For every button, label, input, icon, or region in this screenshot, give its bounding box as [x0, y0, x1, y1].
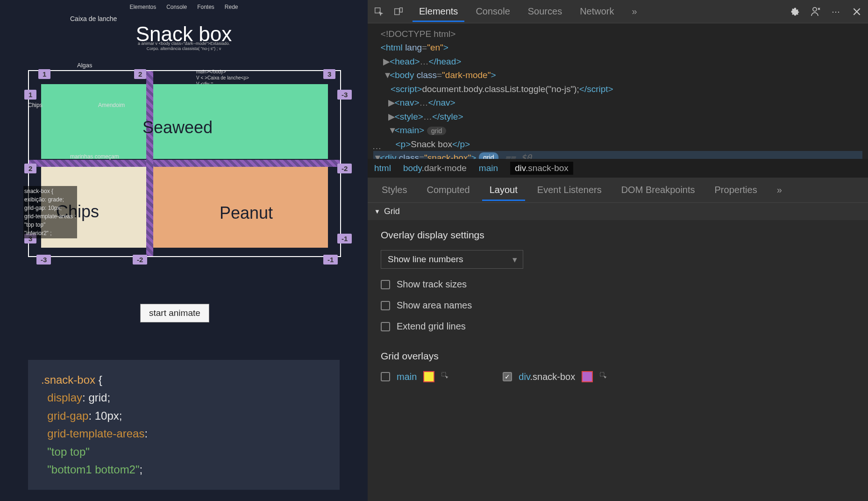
overlay-check-main[interactable] [381, 372, 390, 381]
page-preview-pane: Elementos Console Fontes Rede Caixa de l… [0, 0, 368, 501]
overlay-settings-title: Overlay display settings [381, 229, 855, 241]
dom-breadcrumb: html body.dark-mode main div.snack-box [368, 159, 868, 178]
overlay-item-main: main [381, 371, 451, 382]
svg-point-3 [813, 7, 817, 11]
svg-rect-4 [442, 372, 446, 376]
subtab-layout[interactable]: Layout [482, 179, 525, 201]
overlay-item-snack-box: div.snack-box [503, 371, 610, 382]
svg-rect-2 [400, 7, 403, 12]
svg-rect-5 [600, 372, 604, 376]
device-toggle-icon[interactable] [393, 6, 404, 17]
nav-rede[interactable]: Rede [225, 4, 238, 10]
title-small: Caixa de lanche [70, 15, 117, 22]
peanut-item: Peanut [220, 203, 273, 223]
svg-rect-1 [395, 8, 399, 14]
line-numbers-select[interactable]: Show line numbers [381, 250, 523, 269]
layout-panel: ▼ Grid Overlay display settings Show lin… [368, 203, 868, 501]
check-track-sizes-row: Show track sizes [381, 279, 855, 290]
grid-line-3-top: 3 [323, 69, 335, 79]
overlay-label-snack-box[interactable]: div.snack-box [519, 372, 575, 382]
grid-line-1-left: 1 [24, 90, 36, 100]
grid-line-2-left: 2 [24, 164, 36, 173]
subtab-event-listeners[interactable]: Event Listeners [530, 179, 609, 201]
grid-line-1-top: 1 [38, 69, 50, 79]
styles-sub-tabs: Styles Computed Layout Event Listeners D… [368, 178, 868, 203]
devtools-panel: Elements Console Sources Network » ⋯ <!D… [368, 0, 868, 501]
dom-tree[interactable]: <!DOCTYPE html> <html lang="en"> ▶<head>… [368, 23, 868, 159]
cursor-icon[interactable] [599, 372, 610, 382]
grid-line--3-bottom: -3 [36, 255, 51, 265]
devtools-toolbar: Elements Console Sources Network » ⋯ [368, 0, 868, 23]
overlay-swatch-main[interactable] [423, 371, 434, 382]
grid-badge-snack-box[interactable]: grid [479, 152, 498, 159]
grid-line--2-right: -2 [337, 164, 352, 173]
nav-elementos[interactable]: Elementos [129, 4, 156, 10]
overlay-display-settings: Overlay display settings Show line numbe… [368, 220, 868, 341]
overlay-label-main[interactable]: main [397, 372, 417, 382]
grid-line--1-right: -1 [337, 234, 352, 243]
gear-icon[interactable] [790, 6, 801, 17]
tab-sources[interactable]: Sources [521, 1, 569, 21]
grid-section-header[interactable]: ▼ Grid [368, 203, 868, 220]
grid-badge-main[interactable]: grid [427, 127, 446, 135]
nav-fontes[interactable]: Fontes [197, 4, 214, 10]
nav-console[interactable]: Console [166, 4, 187, 10]
breadcrumb-body[interactable]: body.dark-mode [403, 163, 467, 173]
grid-line--2-bottom: -2 [133, 255, 147, 265]
subtab-styles[interactable]: Styles [374, 179, 414, 201]
subtab-properties[interactable]: Properties [707, 179, 765, 201]
check-area-names[interactable] [381, 301, 390, 310]
cursor-icon[interactable] [441, 372, 451, 382]
grid-overlays-title: Grid overlays [381, 351, 855, 362]
amendoim-label-small: Amendoim [98, 102, 125, 108]
grid-line-2-top: 2 [134, 69, 146, 79]
more-vertical-icon[interactable]: ⋯ [831, 6, 842, 17]
dom-selected-row[interactable]: ▼<div class="snack-box">grid== $0 [373, 151, 862, 159]
translated-devtools-nav: Elementos Console Fontes Rede [0, 4, 368, 10]
algas-label: Algas [77, 62, 92, 69]
css-hover-tooltip: snack-box { exibição: grade; grid-gap: 1… [23, 186, 77, 238]
chips-label-small: Chips [28, 102, 43, 108]
breadcrumb-html[interactable]: html [374, 163, 391, 173]
breadcrumb-div-snack-box[interactable]: div.snack-box [510, 162, 573, 175]
devtools-main-tabs: Elements Console Sources Network » [413, 1, 781, 21]
dom-ellipsis: ⋯ [372, 142, 381, 155]
close-icon[interactable] [851, 6, 862, 17]
subtab-more-icon[interactable]: » [769, 179, 790, 201]
account-icon[interactable] [810, 6, 821, 17]
marinhas-label: marinhas começam [70, 153, 119, 160]
breadcrumb-main[interactable]: main [479, 163, 498, 173]
check-track-sizes[interactable] [381, 280, 390, 289]
seaweed-item: Seaweed [142, 118, 213, 137]
check-extend-lines[interactable] [381, 322, 390, 331]
grid-line--1-bottom: -1 [323, 255, 338, 265]
tab-network[interactable]: Network [573, 1, 620, 21]
tab-more-icon[interactable]: » [626, 1, 644, 21]
grid-line--3-right: -3 [337, 90, 352, 100]
codeish-overlay: a animar v <body class="dark--mode">Exta… [0, 41, 368, 51]
subtab-dom-breakpoints[interactable]: DOM Breakpoints [614, 179, 703, 201]
devtools-right-controls: ⋯ [790, 6, 862, 17]
check-area-names-row: Show area names [381, 300, 855, 311]
grid-overlays-section: Grid overlays main div.snack-box [368, 341, 868, 392]
tab-elements[interactable]: Elements [413, 1, 464, 21]
inspect-element-icon[interactable] [373, 6, 384, 17]
chevron-down-icon: ▼ [374, 208, 380, 215]
check-extend-lines-row: Extend grid lines [381, 321, 855, 332]
overlay-swatch-snack-box[interactable] [582, 371, 593, 382]
subtab-computed[interactable]: Computed [419, 179, 477, 201]
start-animate-button[interactable]: start animate [140, 304, 209, 322]
tab-console[interactable]: Console [469, 1, 516, 21]
css-code-block: .snack-box { display: grid; grid-gap: 10… [28, 360, 340, 490]
overlay-check-snack-box[interactable] [503, 372, 512, 381]
